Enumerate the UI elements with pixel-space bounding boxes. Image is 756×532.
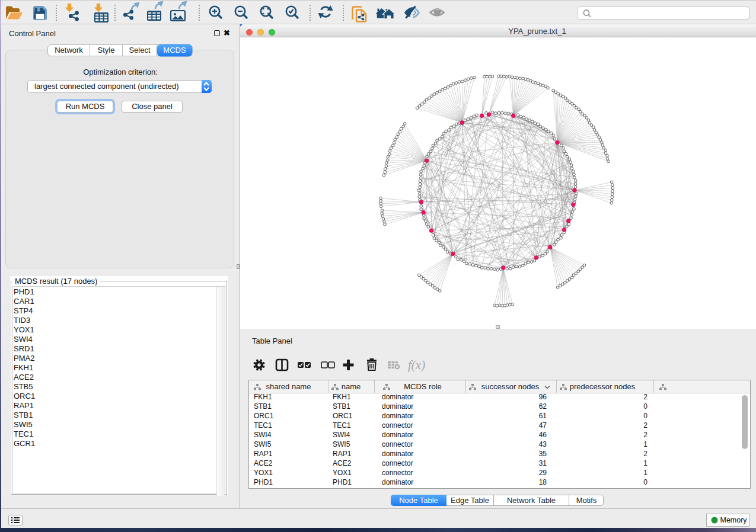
- svg-text:f(x): f(x): [408, 358, 425, 372]
